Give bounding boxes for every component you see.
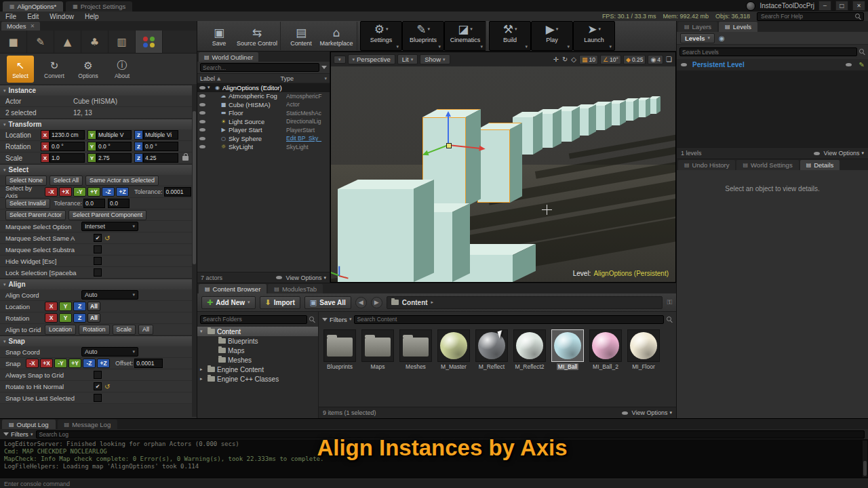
grid-snap-toggle[interactable]: ▦10 <box>579 55 598 64</box>
perspective-button[interactable]: ▾Perspective <box>348 54 395 64</box>
search-levels-input[interactable] <box>679 47 857 56</box>
content-browser-tab[interactable]: ▤ModulesTab <box>268 284 323 293</box>
outliner-row[interactable]: ▬ Floor StaticMeshAc <box>197 109 330 118</box>
outliner-row[interactable]: ☀ Light Source DirectionalLig <box>197 117 330 126</box>
expander-icon[interactable]: ▾ <box>208 85 214 90</box>
align-axis-button[interactable]: Z <box>73 302 86 311</box>
invalid-tolerance-field-1[interactable]: 0.0 <box>83 199 105 208</box>
lock-icon[interactable] <box>182 156 189 161</box>
window-tab[interactable]: ▦ AlignOptions* <box>3 1 63 12</box>
axis-select-button[interactable]: +X <box>59 187 72 197</box>
toolbar-button[interactable]: ⌂ ▾ Marketplace <box>319 22 357 50</box>
folder-tree-item[interactable]: ▸ Engine C++ Classes <box>197 374 318 384</box>
asset-tile[interactable]: Meshes <box>399 329 433 370</box>
snap-axis-button[interactable]: +Y <box>68 359 81 368</box>
log-filters-button[interactable]: Filters▾ <box>3 430 33 438</box>
breadcrumb[interactable]: Content <box>402 299 428 306</box>
lock-sources-icon[interactable]: ⚿ <box>667 298 672 306</box>
tolerance-field[interactable]: 0.0001 <box>164 187 191 197</box>
location-y-field[interactable]: Multiple V <box>96 130 132 140</box>
visibility-eye-icon[interactable] <box>199 85 205 91</box>
dropdown-caret-icon[interactable]: ▾ <box>386 26 389 32</box>
axis-select-button[interactable]: -X <box>45 187 58 197</box>
rotation-snap-toggle[interactable]: ∠10° <box>600 55 621 64</box>
asset-thumbnail[interactable] <box>399 329 432 362</box>
window-tab[interactable]: ▦ Project Settings <box>66 1 132 12</box>
align-grid-button[interactable]: Rotation <box>79 325 110 335</box>
dropdown-caret-icon[interactable]: ▾ <box>598 26 601 32</box>
label-column-header[interactable]: Label <box>200 75 215 82</box>
log-tab[interactable]: ▤Message Log <box>58 420 118 429</box>
select-invalid-button[interactable]: Select Invalid <box>5 199 50 209</box>
reset-to-default-icon[interactable]: ↺ <box>104 235 110 242</box>
levels-menu-button[interactable]: Levels▾ <box>680 33 715 43</box>
scale-gizmo-icon[interactable]: ◇ <box>570 56 577 63</box>
dropdown-caret-icon[interactable]: ▾ <box>556 26 559 32</box>
folder-tree-item[interactable]: ▸ Engine Content <box>197 365 318 374</box>
checkbox[interactable] <box>94 245 102 253</box>
right-panel-tab[interactable]: ▤Levels <box>719 22 757 32</box>
toolbar-button[interactable]: ▶ ▾ Play <box>531 21 573 51</box>
camera-speed-value[interactable]: 4 <box>657 56 660 63</box>
snap-axis-button[interactable]: -Y <box>54 359 67 368</box>
expander-icon[interactable]: ▸ <box>200 367 205 372</box>
visibility-eye-icon[interactable] <box>199 93 205 99</box>
toolbar-button[interactable]: ▤ ▾ Content <box>283 22 319 50</box>
help-search-input[interactable] <box>760 12 855 20</box>
visibility-eye-icon[interactable] <box>199 110 205 116</box>
gizmo-center-handle[interactable] <box>446 143 452 148</box>
select-parent-actor-button[interactable]: Select Parent Actor <box>5 210 66 220</box>
asset-tile[interactable]: Blueprints <box>323 329 357 370</box>
asset-thumbnail[interactable] <box>627 329 660 362</box>
forward-button[interactable]: ▶ <box>371 297 382 308</box>
snap-axis-button[interactable]: -Z <box>83 359 96 368</box>
outliner-row[interactable]: ☁ Atmospheric Fog AtmosphericF <box>197 92 330 101</box>
outliner-row[interactable]: ■ Cube (HISMA) Actor <box>197 100 330 109</box>
select-parent-component-button[interactable]: Select Parent Component <box>68 210 146 220</box>
section-transform[interactable]: ▾Transform <box>0 119 197 129</box>
folder-tree-item[interactable]: Blueprints <box>197 336 318 346</box>
close-tab-icon[interactable]: ✕ <box>31 23 35 29</box>
visibility-eye-icon[interactable] <box>199 119 205 125</box>
asset-tile[interactable]: Maps <box>361 329 395 370</box>
lock-level-icon[interactable] <box>846 62 852 68</box>
view-options-button[interactable]: View Options▾ <box>813 150 864 157</box>
rotation-y-field[interactable]: 0.0 ° <box>96 142 132 151</box>
asset-thumbnail[interactable] <box>437 329 470 362</box>
type-column-header[interactable]: Type <box>280 75 322 82</box>
align-axis-button[interactable]: Y <box>59 302 72 311</box>
editor-mode-tab[interactable]: ✎ <box>27 30 54 53</box>
checkbox[interactable] <box>94 268 102 277</box>
angle-snap-value[interactable]: 10° <box>610 56 618 63</box>
invalid-tolerance-field-2[interactable]: 0.0 <box>108 199 130 208</box>
details-area-tab[interactable]: ▤Details <box>800 160 840 170</box>
filters-button[interactable]: Filters▾ <box>322 316 351 323</box>
scale-snap-value[interactable]: 0.25 <box>632 56 644 63</box>
toolbar-button[interactable]: ⚙ ▾ Settings <box>360 21 402 51</box>
section-instance[interactable]: ▾Instance <box>0 85 197 96</box>
visibility-eye-icon[interactable] <box>199 102 205 108</box>
details-area-tab[interactable]: ▤World Settings <box>736 160 798 170</box>
rotate-gizmo-icon[interactable]: ↻ <box>561 56 568 63</box>
breadcrumb-chevron-icon[interactable]: ▸ <box>431 300 434 305</box>
maximize-button[interactable]: □ <box>835 1 848 11</box>
axis-select-button[interactable]: -Y <box>73 187 86 197</box>
tool-button[interactable]: ⓘ About <box>108 56 136 83</box>
tool-button[interactable]: ⚙ Options <box>75 56 102 83</box>
align-coord-dropdown[interactable]: Auto <box>81 290 138 300</box>
viewport-options-button[interactable]: ▾ <box>334 56 346 64</box>
menu-item[interactable]: Help <box>79 13 104 20</box>
view-options-button[interactable]: View Options▾ <box>621 409 672 416</box>
gizmo-z-axis[interactable] <box>448 114 449 145</box>
axis-select-button[interactable]: -Z <box>102 187 115 197</box>
content-browser-tab[interactable]: ▤Content Browser <box>199 284 267 293</box>
dropdown-caret-icon[interactable]: ▾ <box>427 26 430 32</box>
toolbar-button[interactable]: ▣ ▾ Save <box>201 22 237 50</box>
checkbox[interactable] <box>94 234 102 242</box>
visibility-eye-icon[interactable] <box>199 136 205 142</box>
align-axis-button[interactable]: Y <box>59 313 72 323</box>
folder-tree-item[interactable]: Meshes <box>197 355 318 365</box>
asset-thumbnail[interactable] <box>361 329 394 362</box>
dropdown-caret-icon[interactable]: ▾ <box>470 26 473 32</box>
camera-speed-button[interactable]: ◉4 <box>648 55 663 64</box>
